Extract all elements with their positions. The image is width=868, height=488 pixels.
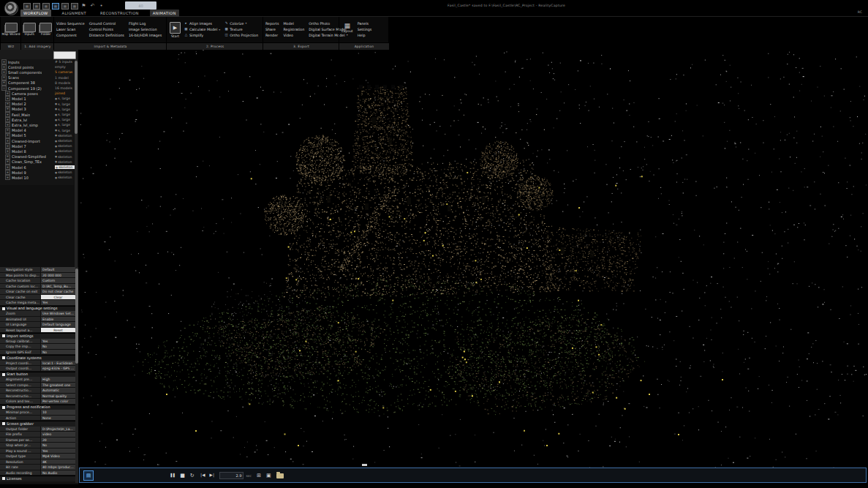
ribbon-button-video-sequence[interactable]: Video Sequence — [56, 21, 85, 26]
expander-icon[interactable]: + — [5, 122, 10, 127]
ribbon-button-distance-definitions[interactable]: Distance Definitions — [89, 33, 124, 38]
setting-value[interactable]: Default language — [40, 322, 75, 328]
tree-item-small-components[interactable]: +Small components5 cameras — [0, 70, 74, 75]
tree-scrollbar[interactable] — [75, 59, 78, 267]
ribbon-button-simplify[interactable]: △Simplify — [184, 33, 220, 38]
tree-item-extra-lvl-simp[interactable]: +Extra_lvl_simp●s, large — [0, 122, 74, 127]
tab-reconstruction[interactable]: RECONSTRUCTION — [97, 10, 142, 17]
ribbon-button-control-points[interactable]: Control Points — [89, 27, 124, 32]
expander-icon[interactable]: + — [1, 59, 7, 64]
skip-start-button[interactable]: ❘◀ — [200, 473, 205, 478]
ribbon-button-ortho-projection[interactable]: ◫Ortho Projection — [224, 33, 258, 38]
setting-value[interactable]: Use Windows Set... — [40, 311, 75, 317]
ribbon-button-model[interactable]: Model — [283, 21, 304, 26]
view-layout-icon[interactable]: ▤ — [71, 3, 78, 10]
expander-icon[interactable]: + — [5, 91, 10, 96]
settings-section-visual-and-language-settings[interactable]: Visual and language settings — [0, 306, 75, 312]
skip-end-button[interactable]: ▶❘ — [210, 473, 215, 478]
setting-value[interactable]: No — [40, 350, 75, 356]
expander-icon[interactable]: + — [5, 149, 10, 154]
stop-button[interactable]: ■ — [180, 473, 185, 478]
tab-workflow[interactable]: WORKFLOW — [20, 10, 51, 17]
expander-icon[interactable]: + — [5, 117, 10, 122]
ribbon-button-component[interactable]: Component — [56, 33, 85, 38]
settings-section-coordinate-systems[interactable]: Coordinate systems — [0, 355, 75, 361]
tree-item-control-points[interactable]: +Control pointsempty — [0, 64, 74, 70]
tree-item-fasil-main[interactable]: +Fasil_Main●s, large — [0, 112, 74, 117]
tree-item-inputs[interactable]: +Inputs# 5 inputs — [0, 59, 74, 64]
setting-value[interactable]: 20 — [40, 438, 75, 443]
tree-item-model-6[interactable]: +Model 6●skeleton — [0, 165, 74, 170]
expander-icon[interactable]: + — [5, 102, 10, 107]
tree-item-model-3[interactable]: +Model 3●s, large — [0, 107, 74, 112]
tree-item-component-38[interactable]: +Component 380 models — [0, 80, 74, 86]
ribbon-button-render[interactable]: Render — [265, 33, 279, 38]
view-layout-icon[interactable]: ▤ — [42, 3, 50, 10]
view-layout-icon[interactable]: ▤ — [61, 3, 69, 10]
ribbon-button-share[interactable]: Share — [265, 27, 279, 32]
setting-value[interactable]: Do not clear cache — [40, 289, 75, 295]
setting-value[interactable]: No — [40, 344, 75, 350]
setting-value[interactable]: No Audio — [40, 470, 75, 476]
setting-button[interactable]: Clear — [40, 295, 75, 301]
setting-value[interactable]: Yes — [40, 339, 75, 345]
tree-item-component-19-2-[interactable]: −Component 19 (2)16 models — [0, 86, 74, 91]
tree-item-cleaned-import[interactable]: +Cleaned-Import●skeleton — [0, 138, 74, 143]
setting-value[interactable]: Enable — [40, 317, 75, 323]
open-folder-icon[interactable] — [276, 473, 284, 478]
setting-value[interactable]: 4K — [40, 459, 75, 465]
setting-value[interactable]: Per-vertex color — [40, 399, 75, 405]
expander-icon[interactable]: + — [5, 128, 10, 133]
expander-icon[interactable]: + — [1, 70, 7, 75]
viewport-layout-icon[interactable]: ▤ — [83, 470, 94, 481]
ribbon-button-reports[interactable]: Reports — [265, 21, 279, 26]
big-button-inputs[interactable]: Inputs — [21, 23, 38, 37]
setting-value[interactable]: Automatic — [40, 388, 75, 394]
setting-value[interactable]: High — [40, 377, 75, 383]
setting-value[interactable]: Yes — [40, 300, 75, 306]
expander-icon[interactable]: + — [5, 107, 10, 112]
expander-icon[interactable]: + — [5, 112, 10, 117]
ribbon-button-video[interactable]: Video — [283, 33, 304, 38]
tree-item-model-2[interactable]: +Model 2●s, large — [0, 102, 74, 107]
ribbon-button-colorize[interactable]: ✎Colorize▾ — [224, 21, 258, 26]
view-layout-selected-icon[interactable]: ▤ — [52, 3, 59, 10]
settings-section-progress-and-notification[interactable]: Progress and notification — [0, 405, 75, 410]
ribbon-button-help[interactable]: Help — [358, 33, 372, 38]
tree-item-model-9[interactable]: +Model 9●skeleton — [0, 170, 74, 175]
expander-icon[interactable]: + — [5, 143, 10, 149]
setting-value[interactable]: Custom — [40, 278, 75, 284]
setting-value[interactable]: 20 000 000 — [40, 273, 75, 279]
expander-icon[interactable]: + — [1, 64, 7, 70]
ribbon-button-texture[interactable]: ▩Texture — [224, 27, 258, 32]
tree-item-model-8[interactable]: +Model 8●skeleton — [0, 149, 74, 154]
tree-item-camera-poses[interactable]: +Camera posesjoined — [0, 91, 74, 96]
setting-value[interactable]: D:\RC_Temp_Bu... — [40, 284, 75, 290]
undo-icon[interactable]: ↶ — [89, 4, 96, 9]
start-button[interactable]: ▶Start — [170, 22, 181, 38]
tree-item-model-5[interactable]: +Model 5●skeleton — [0, 133, 74, 138]
ribbon-button-align-images[interactable]: ▸Align Images — [184, 21, 220, 26]
expander-icon[interactable]: − — [1, 86, 7, 91]
tree-item-model-4[interactable]: +Model 4●s, large — [0, 128, 74, 133]
viewport-3d-point-cloud[interactable] — [78, 50, 868, 468]
setting-value[interactable]: The greatest one — [40, 383, 75, 388]
flag-icon[interactable]: ⚑ — [80, 4, 87, 9]
view-layout-icon[interactable]: ▤ — [23, 3, 31, 10]
big-button-map-wizard[interactable]: Map Wizard — [1, 23, 21, 37]
tree-item-model-7[interactable]: +Model 7●skeleton — [0, 143, 74, 149]
pause-button[interactable]: ❚❚ — [170, 473, 175, 478]
ribbon-button-ground-control[interactable]: Ground Control — [89, 21, 124, 26]
setting-value[interactable]: No — [40, 443, 75, 448]
expander-icon[interactable]: + — [5, 159, 10, 165]
ribbon-button-flight-log[interactable]: Flight Log — [129, 21, 162, 26]
tree-item-model-10[interactable]: +Model 10●skeleton — [0, 175, 74, 180]
capture-frame-icon[interactable]: ▣ — [266, 473, 271, 478]
big-button-folder[interactable]: Folder — [38, 23, 55, 37]
expander-icon[interactable]: + — [5, 170, 10, 175]
ribbon-button-laser-scan[interactable]: Laser Scan — [56, 27, 85, 32]
dot-icon[interactable]: • — [98, 4, 105, 9]
add-keyframe-icon[interactable]: ⊞ — [257, 473, 261, 478]
setting-value[interactable]: video — [40, 432, 75, 438]
ribbon-button-image-selection[interactable]: Image Selection — [129, 27, 162, 32]
